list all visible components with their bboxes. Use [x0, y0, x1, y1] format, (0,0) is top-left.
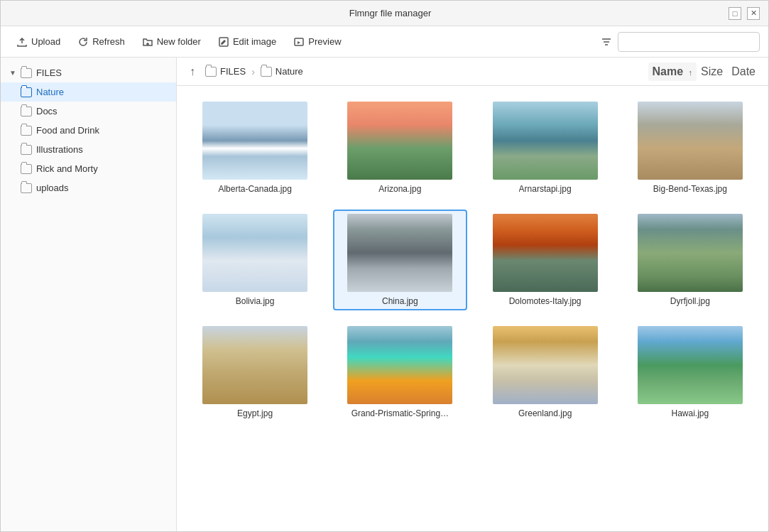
file-thumb-dyrfjoll	[638, 214, 743, 292]
file-item-grandprismatic[interactable]: Grand-Prismatic-Spring…	[333, 322, 467, 423]
window-controls: □ ✕	[729, 7, 760, 20]
sidebar-item-uploads[interactable]: uploads	[1, 178, 176, 197]
file-item-arizona[interactable]: Arizona.jpg	[333, 97, 467, 198]
file-thumb-egypt	[202, 326, 307, 404]
sort-name-button[interactable]: Name ↑	[648, 63, 697, 81]
chevron-down-icon: ▼	[9, 69, 16, 77]
sidebar-item-nature[interactable]: Nature	[1, 82, 176, 102]
app-window: Flmngr file manager □ ✕ Upload Refresh N…	[0, 0, 769, 532]
file-thumb-china	[347, 214, 452, 292]
filter-icon	[601, 36, 612, 48]
sidebar: ▼ FILES NatureDocsFood and DrinkIllustra…	[1, 58, 177, 531]
sidebar-items: NatureDocsFood and DrinkIllustrationsRic…	[1, 82, 176, 197]
sort-size-button[interactable]: Size	[697, 63, 727, 81]
upload-button[interactable]: Upload	[9, 32, 67, 52]
sidebar-label-rick-and-morty: Rick and Morty	[36, 163, 98, 174]
breadcrumb-files-label: FILES	[220, 66, 246, 77]
sidebar-item-food-and-drink[interactable]: Food and Drink	[1, 121, 176, 140]
toolbar: Upload Refresh New folder Edit image	[1, 26, 768, 58]
sort-date-button[interactable]: Date	[727, 63, 760, 81]
sidebar-folder-icon-food-and-drink	[21, 126, 32, 136]
file-thumb-hawai	[638, 326, 743, 404]
sidebar-folder-icon-uploads	[21, 183, 32, 193]
file-item-egypt[interactable]: Egypt.jpg	[188, 322, 322, 423]
preview-icon	[293, 36, 305, 48]
file-name-bolivia: Bolivia.jpg	[236, 296, 275, 306]
sidebar-root-files[interactable]: ▼ FILES	[1, 63, 176, 82]
sidebar-item-rick-and-morty[interactable]: Rick and Morty	[1, 159, 176, 178]
sidebar-folder-icon-docs	[21, 107, 32, 116]
title-bar: Flmngr file manager □ ✕	[1, 1, 768, 26]
breadcrumb-nature[interactable]: Nature	[261, 66, 303, 77]
file-item-arnarstapi[interactable]: Arnarstapi.jpg	[479, 97, 612, 198]
breadcrumb-separator: ›	[251, 66, 255, 77]
file-item-china[interactable]: China.jpg	[333, 210, 467, 310]
close-button[interactable]: ✕	[747, 7, 760, 20]
sidebar-label-food-and-drink: Food and Drink	[36, 125, 99, 136]
file-name-dolomotes: Dolomotes-Italy.jpg	[509, 296, 582, 306]
file-item-greenland[interactable]: Greenland.jpg	[479, 322, 612, 423]
file-name-greenland: Greenland.jpg	[518, 408, 572, 418]
sidebar-folder-icon-nature	[21, 87, 32, 97]
edit-image-button[interactable]: Edit image	[211, 32, 283, 52]
new-folder-icon	[142, 36, 153, 48]
file-thumb-arizona	[347, 102, 452, 180]
refresh-button[interactable]: Refresh	[70, 32, 132, 52]
edit-image-icon	[218, 36, 229, 48]
maximize-button[interactable]: □	[729, 7, 741, 20]
new-folder-button[interactable]: New folder	[135, 32, 208, 52]
sidebar-item-illustrations[interactable]: Illustrations	[1, 140, 176, 159]
sidebar-label-uploads: uploads	[36, 183, 69, 193]
sidebar-label-illustrations: Illustrations	[36, 144, 83, 155]
file-thumb-bigbend	[638, 102, 743, 180]
file-name-egypt: Egypt.jpg	[237, 408, 273, 418]
search-input[interactable]	[618, 32, 760, 52]
file-thumb-greenland	[493, 326, 598, 404]
sidebar-label-docs: Docs	[36, 106, 58, 116]
main-area: ▼ FILES NatureDocsFood and DrinkIllustra…	[1, 58, 768, 531]
sidebar-folder-icon-rick-and-morty	[21, 164, 32, 174]
sidebar-folder-icon-illustrations	[21, 145, 32, 155]
file-item-dolomotes[interactable]: Dolomotes-Italy.jpg	[479, 210, 612, 310]
file-name-bigbend: Big-Bend-Texas.jpg	[653, 184, 727, 194]
file-name-china: China.jpg	[382, 296, 418, 306]
breadcrumb-folder-icon	[205, 67, 217, 77]
content-area: ↑ FILES › Nature Name ↑ Size	[177, 58, 768, 531]
file-item-alberta[interactable]: Alberta-Canada.jpg	[188, 97, 322, 198]
breadcrumb-nature-folder-icon	[261, 67, 272, 77]
upload-icon	[16, 36, 28, 48]
sidebar-label-nature: Nature	[36, 87, 64, 97]
breadcrumb-files[interactable]: FILES	[205, 66, 246, 77]
file-thumb-bolivia	[202, 214, 307, 292]
file-name-alberta: Alberta-Canada.jpg	[218, 184, 291, 194]
breadcrumb-up-button[interactable]: ↑	[185, 63, 200, 81]
file-item-bigbend[interactable]: Big-Bend-Texas.jpg	[623, 97, 757, 198]
file-thumb-dolomotes	[493, 214, 598, 292]
file-name-hawai: Hawai.jpg	[672, 408, 709, 418]
breadcrumb-bar: ↑ FILES › Nature Name ↑ Size	[177, 58, 768, 86]
file-item-hawai[interactable]: Hawai.jpg	[623, 322, 757, 423]
sort-controls: Name ↑ Size Date	[648, 63, 760, 81]
sidebar-item-docs[interactable]: Docs	[1, 102, 176, 121]
file-thumb-arnarstapi	[493, 102, 598, 180]
file-name-arizona: Arizona.jpg	[378, 184, 421, 194]
breadcrumb-nature-label: Nature	[276, 66, 303, 77]
file-item-bolivia[interactable]: Bolivia.jpg	[188, 210, 322, 310]
sidebar-root-label: FILES	[36, 67, 62, 78]
file-item-dyrfjoll[interactable]: Dyrfjoll.jpg	[623, 210, 757, 310]
refresh-icon	[77, 36, 89, 48]
file-name-dyrfjoll: Dyrfjoll.jpg	[670, 296, 710, 306]
file-name-arnarstapi: Arnarstapi.jpg	[519, 184, 572, 194]
file-thumb-alberta	[202, 102, 307, 180]
file-thumb-grandprismatic	[347, 326, 452, 404]
window-title: Flmngr file manager	[52, 8, 729, 18]
preview-button[interactable]: Preview	[286, 32, 348, 52]
file-grid: Alberta-Canada.jpgArizona.jpgArnarstapi.…	[177, 86, 768, 531]
file-name-grandprismatic: Grand-Prismatic-Spring…	[351, 408, 449, 418]
root-folder-icon	[21, 68, 32, 78]
